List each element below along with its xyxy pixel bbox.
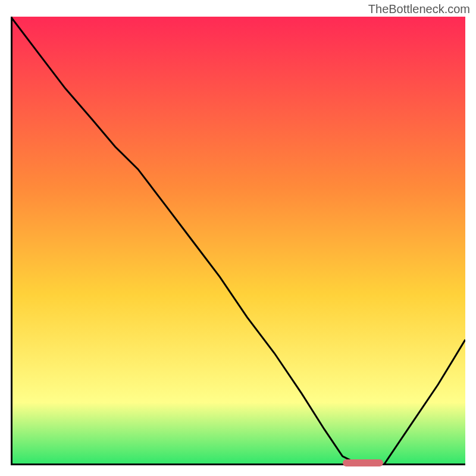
watermark-text: TheBottleneck.com bbox=[368, 2, 470, 16]
axes-frame bbox=[11, 17, 465, 465]
optimal-range-marker bbox=[343, 459, 384, 466]
